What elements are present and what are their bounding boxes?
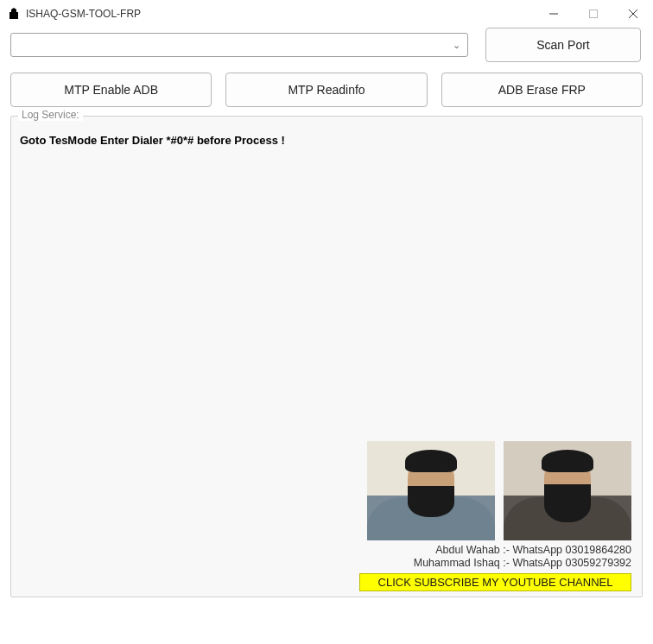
log-service-legend: Log Service: [18,109,83,121]
adb-erase-frp-button[interactable]: ADB Erase FRP [441,73,643,107]
maximize-button[interactable] [574,0,613,28]
window-title: ISHAQ-GSM-TOOL-FRP [26,8,141,20]
mtp-enable-adb-button[interactable]: MTP Enable ADB [10,73,212,107]
log-service-panel: Log Service: Goto TesMode Enter Dialer *… [10,116,643,597]
scan-port-button[interactable]: Scan Port [485,28,641,62]
author-photos [359,441,631,540]
contact-line-2: Muhammad Ishaq :- WhatsApp 03059279392 [359,557,631,571]
footer-block: Abdul Wahab :- WhatsApp 03019864280 Muha… [359,441,631,591]
minimize-button[interactable] [534,0,574,28]
mtp-readinfo-button[interactable]: MTP Readinfo [225,73,427,107]
contact-line-1: Abdul Wahab :- WhatsApp 03019864280 [359,544,631,558]
log-message: Goto TesMode Enter Dialer *#0*# before P… [20,134,633,147]
author-photo-1 [367,441,495,540]
titlebar: ISHAQ-GSM-TOOL-FRP [0,0,653,28]
author-photo-2 [504,441,631,540]
app-icon [7,7,21,21]
youtube-subscribe-banner[interactable]: CLICK SUBSCRIBE MY YOUTUBE CHANNEL [359,573,631,591]
svg-rect-1 [590,10,598,18]
window-controls [534,0,653,28]
close-button[interactable] [613,0,653,28]
chevron-down-icon: ⌄ [453,40,460,51]
content-area: ⌄ Scan Port MTP Enable ADB MTP Readinfo … [0,28,653,608]
port-combobox[interactable]: ⌄ [10,33,468,57]
